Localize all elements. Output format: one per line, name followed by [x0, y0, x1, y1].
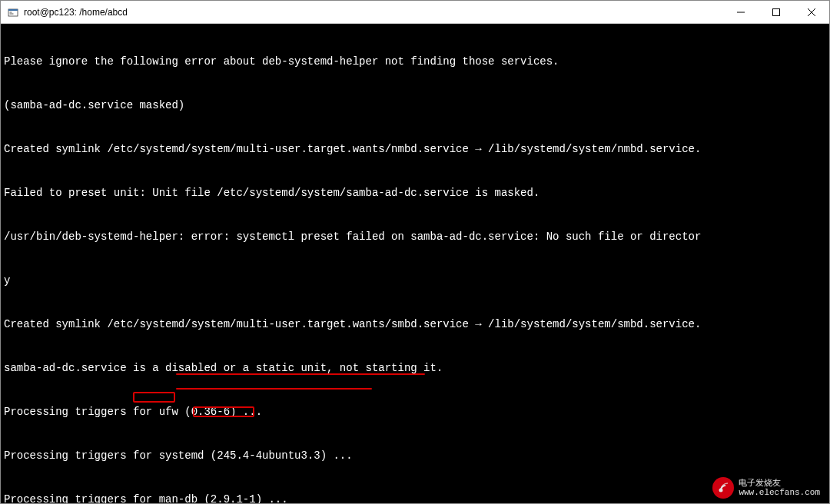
svg-rect-5	[773, 8, 780, 15]
terminal-line: y	[4, 274, 826, 288]
terminal-area[interactable]: Please ignore the following error about …	[1, 24, 829, 503]
watermark-url: www.elecfans.com	[739, 488, 820, 497]
annotation-box	[193, 406, 254, 417]
watermark-brand: 电子发烧友	[739, 479, 820, 488]
annotation-underline	[176, 373, 425, 375]
window-controls	[723, 1, 829, 23]
terminal-line: /usr/bin/deb-systemd-helper: error: syst…	[4, 230, 826, 244]
terminal-line: Created symlink /etc/systemd/system/mult…	[4, 142, 826, 157]
terminal-line: Processing triggers for systemd (245.4-4…	[4, 449, 826, 463]
terminal-line: Processing triggers for man-db (2.9.1-1)…	[4, 492, 826, 503]
watermark-text: 电子发烧友 www.elecfans.com	[739, 479, 820, 497]
watermark-logo-icon	[712, 477, 734, 499]
terminal-line: (samba-ad-dc.service masked)	[4, 98, 826, 113]
titlebar: root@pc123: /home/abcd	[1, 1, 829, 24]
minimize-button[interactable]	[723, 1, 759, 23]
watermark: 电子发烧友 www.elecfans.com	[712, 477, 820, 499]
terminal-line: Please ignore the following error about …	[4, 55, 826, 69]
terminal-line: Failed to preset unit: Unit file /etc/sy…	[4, 186, 826, 201]
annotation-underline	[176, 388, 372, 390]
close-button[interactable]	[794, 1, 829, 23]
svg-rect-3	[10, 13, 14, 14]
svg-rect-1	[8, 9, 18, 11]
terminal-line: Created symlink /etc/systemd/system/mult…	[4, 317, 826, 332]
maximize-button[interactable]	[759, 1, 794, 23]
terminal-window: root@pc123: /home/abcd Please ignore the…	[0, 0, 830, 504]
putty-icon	[7, 6, 19, 18]
window-title: root@pc123: /home/abcd	[24, 7, 723, 18]
annotation-box	[133, 392, 175, 403]
terminal-line: Processing triggers for ufw (0.36-6) ...	[4, 405, 826, 419]
svg-rect-2	[10, 12, 12, 12]
